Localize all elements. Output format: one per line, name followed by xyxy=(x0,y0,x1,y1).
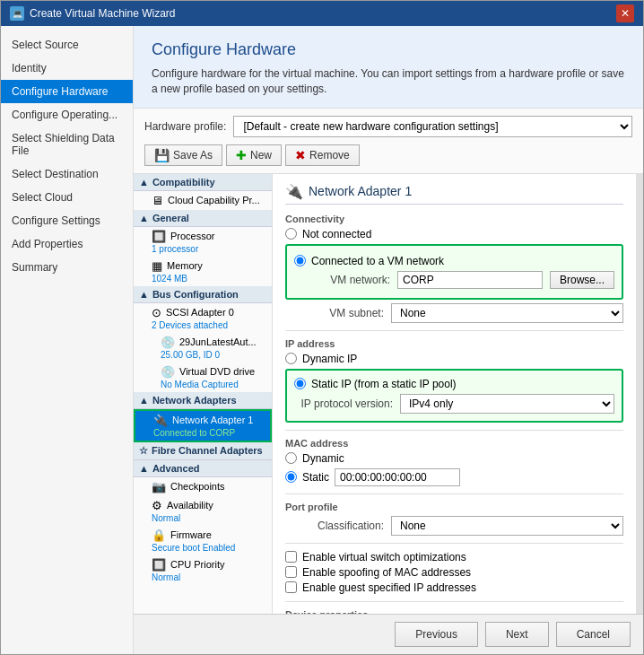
item-label: Memory xyxy=(167,260,203,271)
section-label: Fibre Channel Adapters xyxy=(152,445,263,456)
virtual-switch-row: Enable virtual switch optimizations xyxy=(285,551,623,563)
hardware-profile-label: Hardware profile: xyxy=(144,120,226,133)
tree-section-network[interactable]: ▲ Network Adapters xyxy=(134,392,272,409)
new-button[interactable]: ✚ New xyxy=(226,144,282,166)
tree-item-disk[interactable]: 💿 29JunLatestAut... 25.00 GB, ID 0 xyxy=(134,333,272,362)
tree-item-dvd[interactable]: 💿 Virtual DVD drive No Media Captured xyxy=(134,362,272,392)
new-icon: ✚ xyxy=(236,148,247,162)
connected-row: Connected to a VM network xyxy=(294,255,614,267)
main-content: Configure Hardware Configure hardware fo… xyxy=(134,26,643,654)
connected-radio[interactable] xyxy=(294,255,306,266)
tree-item-memory[interactable]: ▦ Memory 1024 MB xyxy=(134,257,272,286)
checkpoints-icon: 📷 xyxy=(152,480,166,493)
guest-ip-row: Enable guest specified IP addresses xyxy=(285,581,623,594)
virtual-switch-checkbox[interactable] xyxy=(285,551,297,563)
classification-select[interactable]: None xyxy=(391,516,623,536)
not-connected-label: Not connected xyxy=(302,228,371,240)
sidebar-item-select-source[interactable]: Select Source xyxy=(1,33,133,57)
item-label: Cloud Capability Pr... xyxy=(168,195,260,205)
tree-section-general[interactable]: ▲ General xyxy=(134,210,272,227)
hardware-profile-select[interactable]: [Default - create new hardware configura… xyxy=(233,116,632,137)
tree-section-compatibility[interactable]: ▲ Compatibility xyxy=(134,174,272,191)
item-label: CPU Priority xyxy=(170,559,225,570)
section-label: General xyxy=(152,213,189,223)
tree-item-cpu-priority[interactable]: 🔲 CPU Priority Normal xyxy=(134,555,272,585)
vm-network-input[interactable] xyxy=(397,271,543,289)
tree-item-network-adapter[interactable]: 🔌 Network Adapter 1 Connected to CORP xyxy=(134,409,272,442)
tree-item-processor[interactable]: 🔲 Processor 1 processor xyxy=(134,227,272,257)
left-tree-panel: ▲ Compatibility 🖥 Cloud Capability Pr...… xyxy=(134,174,273,614)
tree-section-fibre[interactable]: ☆ Fibre Channel Adapters xyxy=(134,442,272,460)
right-panel: 🔌 Network Adapter 1 Connectivity Not con… xyxy=(273,174,636,614)
item-label: 29JunLatestAut... xyxy=(179,336,257,347)
cpu-icon: 🔲 xyxy=(152,558,166,572)
static-mac-radio[interactable] xyxy=(285,471,297,483)
not-connected-radio[interactable] xyxy=(285,228,297,240)
toolbar-buttons: 💾 Save As ✚ New ✖ Remove xyxy=(144,144,632,166)
memory-icon: ▦ xyxy=(152,259,162,273)
ip-protocol-select[interactable]: IPv4 only xyxy=(400,394,614,414)
tree-item-firmware[interactable]: 🔒 Firmware Secure boot Enabled xyxy=(134,526,272,555)
split-panel: ▲ Compatibility 🖥 Cloud Capability Pr...… xyxy=(134,174,643,614)
dynamic-mac-radio[interactable] xyxy=(285,452,297,464)
scsi-sub: 2 Devices attached xyxy=(152,320,265,330)
mac-address-input[interactable] xyxy=(335,468,460,486)
scrollbar[interactable] xyxy=(636,174,643,614)
sidebar-item-identity[interactable]: Identity xyxy=(1,57,133,80)
separator2 xyxy=(285,430,623,431)
spoof-mac-checkbox[interactable] xyxy=(285,566,297,578)
sidebar-item-configure-settings[interactable]: Configure Settings xyxy=(1,209,133,232)
not-connected-row: Not connected xyxy=(285,228,623,240)
scsi-icon: ⊙ xyxy=(152,306,161,319)
tree-item-scsi[interactable]: ⊙ SCSI Adapter 0 2 Devices attached xyxy=(134,303,272,333)
next-button[interactable]: Next xyxy=(485,622,549,647)
section-label: Network Adapters xyxy=(152,395,237,406)
section-label: Advanced xyxy=(152,463,200,474)
network-icon: 🔌 xyxy=(153,414,168,427)
ip-protocol-label: IP protocol version: xyxy=(294,397,393,410)
sidebar-item-select-cloud[interactable]: Select Cloud xyxy=(1,186,133,209)
static-mac-row: Static xyxy=(285,468,623,486)
guest-ip-label: Enable guest specified IP addresses xyxy=(302,581,476,594)
right-scroll-container: 🔌 Network Adapter 1 Connectivity Not con… xyxy=(273,174,643,614)
sidebar-item-add-properties[interactable]: Add Properties xyxy=(1,232,133,256)
content-area: Select Source Identity Configure Hardwar… xyxy=(1,26,643,654)
firmware-sub: Secure boot Enabled xyxy=(152,543,265,553)
vm-network-row: VM network: Browse... xyxy=(294,271,614,289)
tree-item-availability[interactable]: ⚙ Availability Normal xyxy=(134,496,272,526)
disk-sub: 25.00 GB, ID 0 xyxy=(161,350,265,360)
sidebar: Select Source Identity Configure Hardwar… xyxy=(1,26,134,654)
sidebar-item-configure-hardware[interactable]: Configure Hardware xyxy=(1,80,133,103)
cancel-button[interactable]: Cancel xyxy=(556,622,631,647)
item-label: Network Adapter 1 xyxy=(172,415,254,425)
processor-sub: 1 processor xyxy=(152,244,265,254)
tree-section-bus[interactable]: ▲ Bus Configuration xyxy=(134,286,272,303)
remove-button[interactable]: ✖ Remove xyxy=(285,144,360,166)
processor-icon: 🔲 xyxy=(152,230,166,243)
browse-button[interactable]: Browse... xyxy=(550,271,614,289)
static-ip-label: Static IP (from a static IP pool) xyxy=(311,378,457,390)
close-button[interactable]: ✕ xyxy=(616,4,634,22)
availability-icon: ⚙ xyxy=(152,499,162,512)
dynamic-ip-label: Dynamic IP xyxy=(302,353,357,365)
classification-row: Classification: None xyxy=(285,516,623,536)
sidebar-item-summary[interactable]: Summary xyxy=(1,256,133,279)
vm-subnet-select[interactable]: None xyxy=(391,303,623,323)
page-description: Configure hardware for the virtual machi… xyxy=(152,66,625,97)
dynamic-ip-radio[interactable] xyxy=(285,353,297,364)
separator4 xyxy=(285,543,623,544)
tree-item-cloud-capability[interactable]: 🖥 Cloud Capability Pr... xyxy=(134,191,272,210)
dynamic-ip-row: Dynamic IP xyxy=(285,353,623,365)
previous-button[interactable]: Previous xyxy=(395,622,478,647)
title-bar: 💻 Create Virtual Machine Wizard ✕ xyxy=(1,1,643,26)
separator3 xyxy=(285,493,623,494)
tree-item-checkpoints[interactable]: 📷 Checkpoints xyxy=(134,477,272,496)
sidebar-item-select-destination[interactable]: Select Destination xyxy=(1,162,133,186)
save-as-button[interactable]: 💾 Save As xyxy=(144,144,222,166)
expand-icon: ▲ xyxy=(139,395,149,406)
tree-section-advanced[interactable]: ▲ Advanced xyxy=(134,460,272,477)
static-ip-radio[interactable] xyxy=(294,378,306,389)
guest-ip-checkbox[interactable] xyxy=(285,581,297,593)
sidebar-item-configure-operating[interactable]: Configure Operating... xyxy=(1,103,133,127)
sidebar-item-select-shielding[interactable]: Select Shielding Data File xyxy=(1,127,133,162)
